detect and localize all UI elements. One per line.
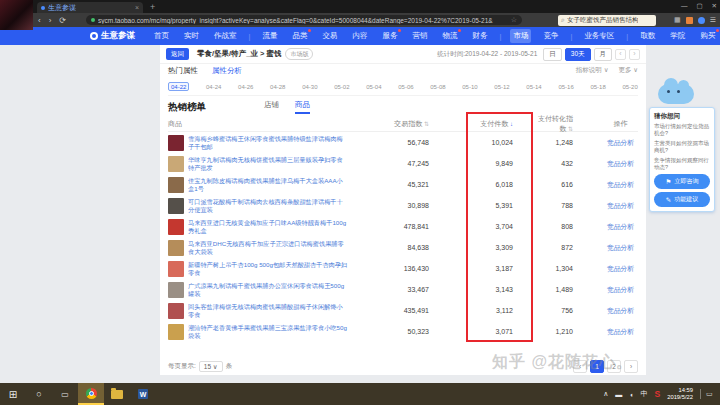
column-header-商品[interactable]: 商品 — [168, 119, 348, 129]
tray-expand-icon[interactable]: ∧ — [603, 390, 608, 398]
product-thumbnail[interactable] — [168, 156, 184, 172]
tray-volume-icon[interactable]: ◖ — [629, 391, 633, 398]
product-thumbnail[interactable] — [168, 135, 184, 151]
product-thumbnail[interactable] — [168, 219, 184, 235]
competitor-analysis-link[interactable]: 竞品分析 — [603, 138, 638, 148]
nav-item-服务[interactable]: 服务 — [379, 29, 400, 43]
assistant-question-link[interactable]: 市场行情如何定位货品机会? — [654, 123, 710, 137]
product-thumbnail[interactable] — [168, 240, 184, 256]
date-tick[interactable]: 05-12 — [494, 84, 509, 90]
ime-language-indicator[interactable]: 中 — [641, 389, 648, 399]
competitor-analysis-link[interactable]: 竞品分析 — [603, 306, 638, 316]
date-granularity-month[interactable]: 月 — [594, 48, 613, 61]
product-title-link[interactable]: 回头客盐津梅饼无核话梅肉蜜饯果脯酸甜梅子休闲解馋小零食 — [188, 303, 348, 318]
product-title-link[interactable]: 新疆特产树上吊干杏100g 500g包邮天然酸甜杏干杏肉孕妇零食 — [188, 261, 348, 276]
assistant-question-link[interactable]: 主营类目如何挖掘市场商机? — [654, 140, 710, 154]
url-field[interactable]: sycm.taobao.com/mc/mq/property_insight?a… — [86, 15, 522, 25]
nav-item-营销[interactable]: 营销 — [409, 29, 430, 43]
nav-item-品类[interactable]: 品类 — [289, 29, 310, 43]
taskbar-search-icon[interactable]: ○ — [26, 383, 52, 405]
competitor-analysis-link[interactable]: 竞品分析 — [603, 285, 638, 295]
nav-item-购买[interactable]: 购买 — [697, 29, 718, 43]
more-link[interactable]: 更多 ∨ — [618, 66, 638, 75]
date-tick[interactable]: 05-10 — [462, 84, 477, 90]
nav-item-实时[interactable]: 实时 — [181, 29, 202, 43]
product-thumbnail[interactable] — [168, 303, 184, 319]
tab-property-analysis[interactable]: 属性分析 — [212, 66, 242, 76]
product-title-link[interactable]: 华味亨九制话梅肉无核梅饼蜜饯果脯三层量贩装孕妇零食特产批发 — [188, 156, 348, 171]
sort-icon[interactable]: ⇅ — [422, 121, 429, 127]
date-tick[interactable]: 05-18 — [590, 84, 605, 90]
nav-item-市场[interactable]: 市场 — [510, 29, 531, 43]
product-thumbnail[interactable] — [168, 177, 184, 193]
sort-icon[interactable]: ⇅ — [566, 126, 573, 132]
nav-item-竞争[interactable]: 竞争 — [540, 29, 561, 43]
nav-item-业务专区[interactable]: 业务专区 — [581, 29, 617, 43]
sort-icon[interactable]: ↓ — [508, 121, 513, 127]
product-thumbnail[interactable] — [168, 324, 184, 340]
product-title-link[interactable]: 雪海梅乡蜂蜜话梅王休闲零食蜜饯果脯特级盐津话梅肉梅子干包邮 — [188, 135, 348, 150]
date-slider[interactable]: 04-2204-2404-2604-2804-3005-0205-0405-06… — [168, 78, 638, 96]
assistant-mascot-icon[interactable] — [655, 80, 697, 106]
date-tick[interactable]: 04-28 — [270, 84, 285, 90]
sogou-ime-icon[interactable]: S — [655, 389, 661, 399]
extension-orange-icon[interactable] — [686, 17, 693, 24]
tab-items[interactable]: 商品 — [295, 100, 310, 114]
metric-help-link[interactable]: 指标说明 ∨ — [576, 66, 609, 75]
date-tick[interactable]: 04-30 — [302, 84, 317, 90]
date-tick[interactable]: 05-14 — [526, 84, 541, 90]
date-granularity-day[interactable]: 日 — [543, 48, 562, 61]
date-granularity-30d[interactable]: 30天 — [565, 48, 591, 61]
column-header-支付件数[interactable]: 支付件数 ↓ — [433, 119, 533, 129]
date-tick[interactable]: 05-04 — [366, 84, 381, 90]
nav-item-作战室[interactable]: 作战室 — [211, 29, 240, 43]
product-thumbnail[interactable] — [168, 261, 184, 277]
page-prev-icon[interactable]: ‹ — [573, 360, 587, 373]
product-thumbnail[interactable] — [168, 198, 184, 214]
nav-item-首页[interactable]: 首页 — [151, 29, 172, 43]
extension-puzzle-icon[interactable]: ▦ — [674, 16, 681, 24]
date-tick[interactable]: 05-06 — [398, 84, 413, 90]
date-tick[interactable]: 05-08 — [430, 84, 445, 90]
bookmark-star-icon[interactable]: ☆ — [511, 16, 517, 24]
nav-item-内容[interactable]: 内容 — [349, 29, 370, 43]
close-button[interactable]: ✕ — [712, 0, 717, 12]
column-header-交易指数[interactable]: 交易指数 ⇅ — [348, 119, 433, 129]
browser-search-box[interactable]: ⌕ 女子吃蜜饯产品销售结构 — [558, 15, 656, 26]
start-button[interactable]: ⊞ — [0, 383, 26, 405]
taskbar-clock[interactable]: 14:59 2019/5/22 — [667, 387, 693, 401]
maximize-button[interactable]: ▢ — [696, 0, 702, 12]
page-size-select[interactable]: 15 ∨ — [199, 361, 223, 372]
tray-network-icon[interactable]: ▬ — [615, 391, 622, 398]
competitor-analysis-link[interactable]: 竞品分析 — [603, 327, 638, 337]
product-title-link[interactable]: 马来西亚DHC无核西梅干加应子正宗进口话梅蜜饯果脯零食大袋装 — [188, 240, 348, 255]
nav-item-流量[interactable]: 流量 — [259, 29, 280, 43]
page-number-1[interactable]: 1 — [590, 360, 604, 373]
reload-icon[interactable]: ⟳ — [59, 16, 66, 25]
assistant-button-功能建议[interactable]: ✎功能建议 — [654, 192, 710, 207]
competitor-analysis-link[interactable]: 竞品分析 — [603, 159, 638, 169]
sycm-brand[interactable]: 生意参谋 — [90, 30, 135, 42]
product-title-link[interactable]: 潮汕特产老香黄佛手果蜜饯果脯三宝凉果盐津零食小吃50g袋装 — [188, 324, 348, 339]
date-tick[interactable]: 04-26 — [238, 84, 253, 90]
profile-icon[interactable] — [698, 17, 705, 24]
date-tick[interactable]: 04-24 — [206, 84, 221, 90]
nav-item-财务[interactable]: 财务 — [469, 29, 490, 43]
competitor-analysis-link[interactable]: 竞品分析 — [603, 222, 638, 232]
back-icon[interactable]: ‹ — [38, 16, 41, 25]
product-title-link[interactable]: 佳宝九制陈皮梅话梅肉蜜饯果脯盐津乌梅干大盒装AAA小盒1号 — [188, 177, 348, 192]
column-header-操作[interactable]: 操作 — [603, 119, 638, 129]
competitor-analysis-link[interactable]: 竞品分析 — [603, 201, 638, 211]
page-next-icon[interactable]: › — [624, 360, 638, 373]
product-title-link[interactable]: 广式凉果九制话梅干蜜饯果脯办公室休闲零食话梅王500g罐装 — [188, 282, 348, 297]
back-button[interactable]: 返回 — [166, 48, 189, 60]
minimize-button[interactable]: — — [681, 0, 688, 12]
date-tick[interactable]: 05-02 — [334, 84, 349, 90]
page-number-2[interactable]: 2 — [607, 360, 621, 373]
range-next-icon[interactable]: › — [629, 49, 640, 60]
date-tick[interactable]: 05-20 — [622, 84, 637, 90]
nav-item-物流[interactable]: 物流 — [439, 29, 460, 43]
chrome-taskbar-icon[interactable] — [78, 383, 104, 405]
competitor-analysis-link[interactable]: 竞品分析 — [603, 243, 638, 253]
nav-item-学院[interactable]: 学院 — [667, 29, 688, 43]
